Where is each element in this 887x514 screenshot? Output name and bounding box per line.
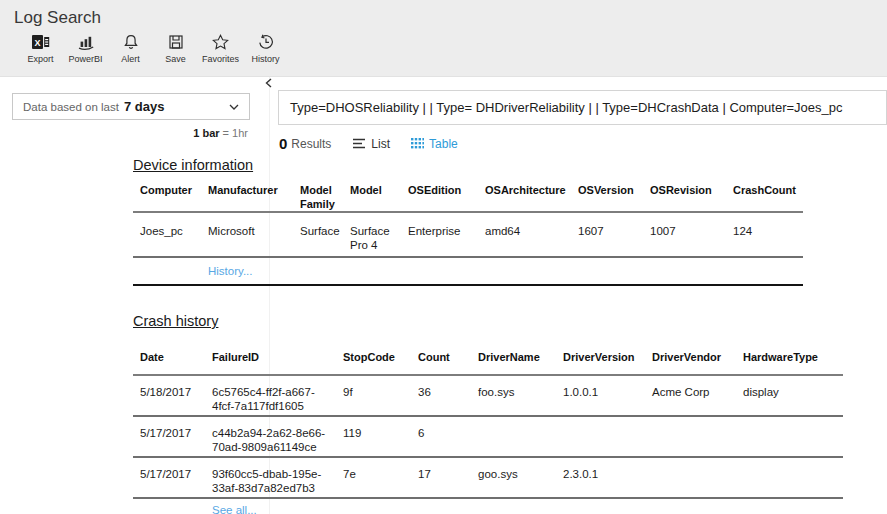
column-header: DriverVendor [652,350,743,375]
bell-icon [122,32,140,51]
powerbi-button[interactable]: PowerBI [63,32,108,64]
cell: History... [208,257,803,285]
bar-scale-bold: 1 bar [193,127,219,139]
cell: amd64 [485,212,578,257]
table-row: 5/17/201793f60cc5-dbab-195e-33af-83d7a82… [133,457,843,498]
cell: Microsoft [208,212,300,257]
cell: 7e [343,457,418,498]
cell: 124 [733,212,803,257]
column-header: OSRevision [650,183,733,212]
table-view-toggle[interactable]: Table [411,137,458,151]
cell: Joes_pc [133,212,208,257]
cell: 5/18/2017 [133,375,212,416]
history-button[interactable]: History [243,32,288,64]
chevron-left-icon [265,78,272,88]
device-information-heading: Device information [133,156,803,174]
powerbi-label: PowerBI [68,54,102,64]
star-icon [211,32,230,51]
cell: display [743,375,843,416]
bar-scale-rest: = 1hr [223,127,248,139]
toolbar: X Export [18,32,288,64]
query-text: Type=DHOSReliability | | Type= DHDriverR… [290,100,843,115]
collapse-sidebar-button[interactable] [261,76,275,90]
cell: 1007 [650,212,733,257]
column-header: OSEdition [408,183,485,212]
cell: 2.3.0.1 [563,457,652,498]
column-header: Computer [133,183,208,212]
history-label: History [251,54,279,64]
cell: 119 [343,416,418,457]
cell: 1.0.0.1 [563,375,652,416]
see-all-link[interactable]: See all... [212,504,257,514]
save-label: Save [165,54,186,64]
history-link[interactable]: History... [208,265,253,277]
cell: 93f60cc5-dbab-195e-33af-83d7a82ed7b3 [212,457,343,498]
powerbi-icon [76,32,96,51]
export-label: Export [27,54,53,64]
table-link-row: See all... [133,498,843,514]
cell: 1607 [578,212,650,257]
excel-export-icon: X [31,32,51,51]
favorites-button[interactable]: Favorites [198,32,243,64]
cell: 5/17/2017 [133,416,212,457]
column-header: Manufacturer [208,183,300,212]
list-view-label: List [371,137,390,151]
cell: foo.sys [478,375,563,416]
column-header: Date [133,350,212,375]
cell [743,416,843,457]
cell: 5/17/2017 [133,457,212,498]
cell: 6 [418,416,478,457]
cell: Surface Pro 4 [350,212,408,257]
crash-history-section: Crash history DateFailureIDStopCodeCount… [133,312,843,514]
column-header: Model [350,183,408,212]
cell: goo.sys [478,457,563,498]
column-header: CrashCount [733,183,803,212]
cell [133,498,212,514]
results-count-label: Results [291,137,331,151]
alert-label: Alert [121,54,140,64]
alert-button[interactable]: Alert [108,32,153,64]
log-search-page: Log Search X Export [0,0,887,514]
page-title: Log Search [14,8,101,28]
column-header: StopCode [343,350,418,375]
table-grid-icon [411,138,424,149]
cell: 6c5765c4-ff2f-a667-4fcf-7a117fdf1605 [212,375,343,416]
results-bar: 0 Results List Table [279,135,458,152]
chevron-down-icon [229,104,239,110]
results-count: 0 [279,135,287,152]
table-row: 5/18/20176c5765c4-ff2f-a667-4fcf-7a117fd… [133,375,843,416]
column-header: HardwareType [743,350,843,375]
cell: 17 [418,457,478,498]
column-header: DriverName [478,350,563,375]
svg-text:X: X [34,37,40,47]
cell: Surface [300,212,350,257]
cell: 9f [343,375,418,416]
crash-history-table: DateFailureIDStopCodeCountDriverNameDriv… [133,350,843,514]
time-range-prefix: Data based on last [23,101,119,113]
list-view-toggle[interactable]: List [352,137,390,151]
cell [478,416,563,457]
save-icon [167,32,185,51]
history-icon [257,32,275,51]
table-row: 5/17/2017c44b2a94-2a62-8e66-70ad-9809a61… [133,416,843,457]
column-header: DriverVersion [563,350,652,375]
time-range-dropdown[interactable]: Data based on last 7 days [12,93,250,120]
column-header: FailureID [212,350,343,375]
table-link-row: History... [133,257,803,285]
cell [133,257,208,285]
save-button[interactable]: Save [153,32,198,64]
favorites-label: Favorites [202,54,239,64]
top-header: Log Search X Export [0,0,887,77]
cell [652,457,743,498]
cell [652,416,743,457]
list-icon [352,138,366,149]
time-range-value: 7 days [124,99,164,114]
query-input[interactable]: Type=DHOSReliability | | Type= DHDriverR… [278,90,887,125]
column-header: OSVersion [578,183,650,212]
cell [563,416,652,457]
cell: Acme Corp [652,375,743,416]
export-button[interactable]: X Export [18,32,63,64]
column-header: OSArchitecture [485,183,578,212]
column-header: Model Family [300,183,350,212]
crash-history-heading: Crash history [133,312,843,330]
